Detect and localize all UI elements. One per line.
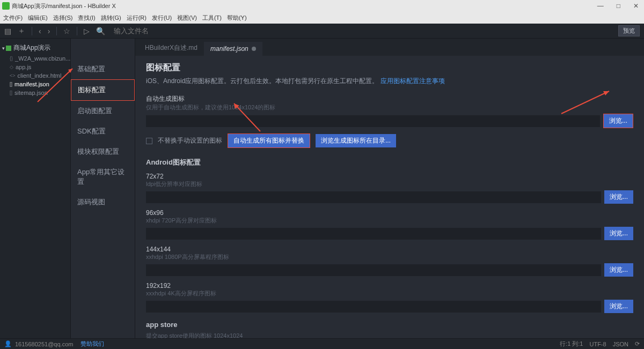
search-input[interactable] [114, 27, 189, 35]
android-192-input[interactable] [146, 301, 601, 313]
generate-all-button[interactable]: 自动生成所有图标并替换 [228, 133, 310, 148]
new-file-icon[interactable]: ＋ [18, 26, 25, 36]
auto-icon-input[interactable] [146, 115, 600, 127]
nav-module[interactable]: 模块权限配置 [71, 142, 135, 162]
maximize-button[interactable]: □ [613, 2, 624, 10]
explorer-toggle-icon[interactable]: ▤ [4, 27, 11, 35]
folder-icon [6, 46, 11, 51]
page-desc: iOS、Android应用图标配置。云打包后生效。本地打包需另行在原生工程中配置… [146, 77, 633, 86]
toolbar: ▤ ＋ ‹ › ☆ ▷ 🔍 预览 [0, 24, 644, 39]
file-explorer: ▾ 商城App演示 {}_W2A_www.cbizun... ◇app.js <… [0, 39, 71, 338]
page-title: 图标配置 [146, 62, 633, 73]
menubar: 文件(F) 编辑(E) 选择(S) 查找(I) 跳转(G) 运行(R) 发行(U… [0, 12, 644, 24]
browse-android-192[interactable]: 浏览... [604, 300, 633, 313]
android-144-input[interactable] [146, 264, 601, 276]
browse-android-144[interactable]: 浏览... [604, 263, 633, 277]
explorer-file-w2a[interactable]: {}_W2A_www.cbizun... [0, 54, 70, 63]
menu-publish[interactable]: 发行(U) [152, 14, 172, 22]
user-icon: 👤 [4, 340, 12, 347]
appstore-heading: app store [146, 321, 633, 329]
sponsor-link[interactable]: 赞助我们 [80, 340, 104, 348]
dirty-dot-icon [252, 47, 256, 51]
android-72-input[interactable] [146, 191, 601, 203]
minimize-button[interactable]: — [594, 2, 607, 10]
status-bar: 👤 1615680251@qq.com 赞助我们 行:1 列:1 UTF-8 J… [0, 338, 644, 349]
android-192-hint: xxxhdpi 4K高分屏程序图标 [146, 289, 633, 298]
titlebar: 商城App演示/manifest.json - HBuilder X — □ ✕ [0, 0, 644, 12]
star-icon[interactable]: ☆ [63, 27, 70, 35]
tab-manifest[interactable]: manifest.json [204, 42, 262, 56]
explorer-file-sitemap[interactable]: []sitemap.json [0, 88, 70, 97]
browse-android-72[interactable]: 浏览... [604, 190, 633, 204]
status-language[interactable]: JSON [613, 341, 628, 347]
doc-link[interactable]: 应用图标配置注意事项 [380, 77, 445, 85]
menu-select[interactable]: 选择(S) [53, 14, 73, 22]
close-button[interactable]: ✕ [630, 2, 642, 10]
android-72-hint: ldpi低分辨率对应图标 [146, 180, 633, 188]
forward-icon[interactable]: › [48, 27, 50, 35]
nav-sdk[interactable]: SDK配置 [71, 121, 135, 142]
menu-run[interactable]: 运行(R) [127, 14, 147, 22]
android-96-hint: xhdpi 720P高分屏对应图标 [146, 217, 633, 225]
project-name: 商城App演示 [13, 43, 50, 53]
nav-other[interactable]: App常用其它设置 [71, 162, 135, 192]
preview-button[interactable]: 预览 [618, 25, 640, 36]
explorer-root[interactable]: ▾ 商城App演示 [0, 42, 70, 54]
browse-gen-dir-button[interactable]: 浏览生成图标所在目录... [316, 134, 396, 147]
status-cursor-pos: 行:1 列:1 [560, 340, 583, 348]
editor-tabs: HBuilderX自述.md manifest.json [135, 39, 644, 56]
no-replace-label: 不替换手动设置的图标 [158, 136, 222, 145]
menu-goto[interactable]: 跳转(G) [101, 14, 121, 22]
status-encoding[interactable]: UTF-8 [589, 341, 606, 347]
browse-auto-button[interactable]: 浏览... [603, 114, 633, 128]
app-icon [2, 2, 10, 10]
android-144-hint: xxhdpi 1080P高分屏幕程序图标 [146, 253, 633, 261]
nav-icon[interactable]: 图标配置 [71, 79, 135, 101]
settings-side-nav: 基础配置 图标配置 启动图配置 SDK配置 模块权限配置 App常用其它设置 源… [71, 39, 135, 338]
search-icon[interactable]: 🔍 [96, 27, 105, 35]
nav-basic[interactable]: 基础配置 [71, 59, 135, 79]
menu-tools[interactable]: 工具(T) [202, 14, 222, 22]
nav-source[interactable]: 源码视图 [71, 192, 135, 212]
android-heading: Android图标配置 [146, 158, 633, 167]
android-72-label: 72x72 [146, 173, 633, 180]
chevron-down-icon: ▾ [2, 46, 5, 51]
menu-view[interactable]: 视图(V) [177, 14, 197, 22]
explorer-file-appjs[interactable]: ◇app.js [0, 63, 70, 71]
window-title: 商城App演示/manifest.json - HBuilder X [12, 2, 116, 10]
editor-area: HBuilderX自述.md manifest.json 图标配置 iOS、An… [135, 39, 644, 338]
appstore-hint: 提交app store使用的图标 1024x1024 [146, 332, 633, 338]
settings-panel[interactable]: 图标配置 iOS、Android应用图标配置。云打包后生效。本地打包需另行在原生… [135, 56, 644, 338]
explorer-file-client-index[interactable]: <>client_index.html [0, 71, 70, 80]
menu-help[interactable]: 帮助(Y) [227, 14, 247, 22]
menu-find[interactable]: 查找(I) [78, 14, 95, 22]
status-user[interactable]: 1615680251@qq.com [15, 341, 73, 347]
no-replace-checkbox[interactable] [146, 138, 152, 144]
auto-icon-label: 自动生成图标 [146, 94, 633, 103]
back-icon[interactable]: ‹ [39, 27, 41, 35]
android-96-input[interactable] [146, 228, 601, 240]
menu-edit[interactable]: 编辑(E) [28, 14, 48, 22]
run-icon[interactable]: ▷ [84, 27, 90, 35]
tab-readme[interactable]: HBuilderX自述.md [138, 40, 204, 56]
browse-android-96[interactable]: 浏览... [604, 227, 633, 240]
android-96-label: 96x96 [146, 209, 633, 217]
nav-splash[interactable]: 启动图配置 [71, 101, 135, 121]
android-192-label: 192x192 [146, 282, 633, 289]
menu-file[interactable]: 文件(F) [3, 14, 23, 22]
auto-icon-hint: 仅用于自动生成图标，建议使用1024x1024的图标 [146, 103, 633, 112]
sync-icon[interactable]: ⟳ [635, 340, 640, 347]
android-144-label: 144x144 [146, 246, 633, 253]
explorer-file-manifest[interactable]: []manifest.json [0, 80, 70, 88]
